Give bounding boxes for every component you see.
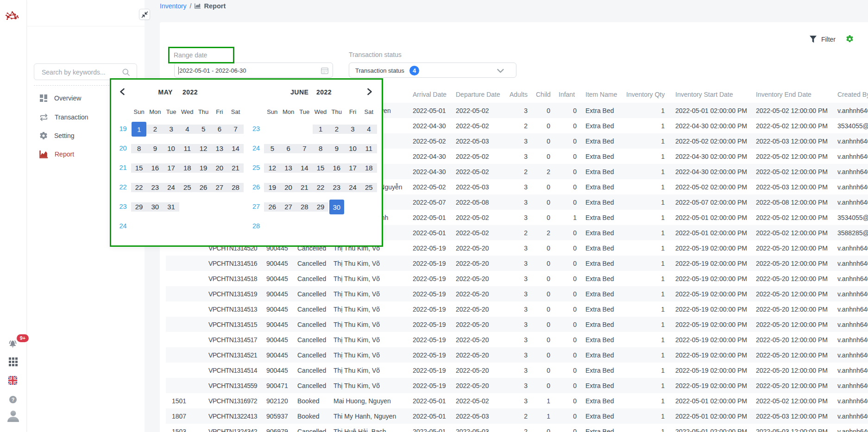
svg-text:?: ?: [12, 397, 15, 402]
